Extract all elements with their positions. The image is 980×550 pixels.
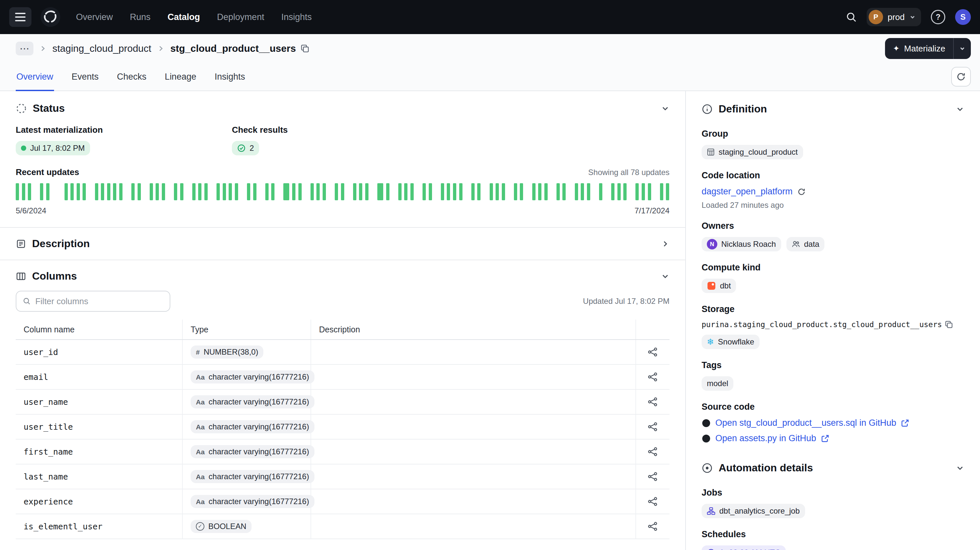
tab-insights[interactable]: Insights <box>214 72 246 91</box>
storage-kind-badge[interactable]: ❄ Snowflake <box>702 335 760 349</box>
update-tick[interactable] <box>265 183 269 200</box>
update-tick[interactable] <box>28 183 31 200</box>
update-tick[interactable] <box>162 183 165 200</box>
latest-materialization-badge[interactable]: Jul 17, 8:02 PM <box>16 141 90 155</box>
update-tick[interactable] <box>341 183 344 200</box>
tab-lineage[interactable]: Lineage <box>164 72 197 91</box>
update-tick[interactable] <box>298 183 302 200</box>
update-tick[interactable] <box>496 183 499 200</box>
update-tick[interactable] <box>359 183 362 200</box>
nav-item-overview[interactable]: Overview <box>76 12 113 22</box>
update-tick[interactable] <box>404 183 407 200</box>
update-tick[interactable] <box>447 183 450 200</box>
materialize-dropdown-button[interactable] <box>953 38 971 59</box>
update-tick[interactable] <box>471 183 475 200</box>
update-tick[interactable] <box>477 183 480 200</box>
update-tick[interactable] <box>138 183 141 200</box>
copy-asset-key-icon[interactable] <box>301 44 310 53</box>
user-avatar[interactable]: S <box>955 9 971 25</box>
update-tick[interactable] <box>453 183 456 200</box>
update-tick[interactable] <box>107 183 110 200</box>
dagster-logo-icon[interactable] <box>39 6 62 28</box>
update-tick[interactable] <box>223 183 226 200</box>
source-code-link-assets[interactable]: Open assets.py in GitHub <box>715 433 816 443</box>
update-tick[interactable] <box>65 183 68 200</box>
update-tick[interactable] <box>544 183 548 200</box>
update-tick[interactable] <box>198 183 201 200</box>
update-tick[interactable] <box>131 183 135 200</box>
update-tick[interactable] <box>253 183 256 200</box>
update-tick[interactable] <box>247 183 250 200</box>
check-results-badge[interactable]: 2 <box>232 141 259 155</box>
update-tick[interactable] <box>113 183 116 200</box>
deployment-switcher[interactable]: P prod <box>867 8 921 26</box>
update-tick[interactable] <box>386 183 390 200</box>
update-tick[interactable] <box>174 183 177 200</box>
nav-item-insights[interactable]: Insights <box>282 12 312 22</box>
update-tick[interactable] <box>648 183 651 200</box>
hamburger-menu-button[interactable] <box>9 7 32 27</box>
update-tick[interactable] <box>353 183 356 200</box>
update-tick[interactable] <box>365 183 369 200</box>
column-lineage-button[interactable] <box>644 443 661 460</box>
help-button[interactable]: ? <box>931 10 945 24</box>
column-lineage-button[interactable] <box>644 368 661 386</box>
update-tick[interactable] <box>216 183 220 200</box>
filter-columns-input[interactable] <box>35 296 163 306</box>
update-tick[interactable] <box>611 183 614 200</box>
update-tick[interactable] <box>587 183 590 200</box>
source-code-link-sql[interactable]: Open stg_cloud_product__users.sql in Git… <box>715 418 896 428</box>
owner-badge[interactable]: N Nicklaus Roach <box>702 237 781 251</box>
update-tick[interactable] <box>617 183 621 200</box>
nav-item-catalog[interactable]: Catalog <box>168 12 200 22</box>
update-tick[interactable] <box>660 183 663 200</box>
recent-updates-strip[interactable] <box>16 183 670 200</box>
automation-details-header[interactable]: Automation details <box>702 461 964 477</box>
update-tick[interactable] <box>70 183 74 200</box>
update-tick[interactable] <box>581 183 584 200</box>
update-tick[interactable] <box>410 183 414 200</box>
update-tick[interactable] <box>623 183 627 200</box>
update-tick[interactable] <box>83 183 86 200</box>
update-tick[interactable] <box>429 183 432 200</box>
update-tick[interactable] <box>101 183 104 200</box>
update-tick[interactable] <box>575 183 578 200</box>
breadcrumb-group-link[interactable]: staging_cloud_product <box>52 43 151 54</box>
update-tick[interactable] <box>16 183 19 200</box>
update-tick[interactable] <box>317 183 320 200</box>
update-tick[interactable] <box>666 183 669 200</box>
update-tick[interactable] <box>502 183 505 200</box>
nav-item-runs[interactable]: Runs <box>130 12 151 22</box>
update-tick[interactable] <box>40 183 43 200</box>
update-tick[interactable] <box>377 183 383 200</box>
copy-storage-path-icon[interactable] <box>945 320 953 329</box>
tab-checks[interactable]: Checks <box>116 72 147 91</box>
update-tick[interactable] <box>323 183 326 200</box>
definition-header[interactable]: Definition <box>702 102 964 118</box>
status-section-header[interactable]: Status <box>0 91 685 122</box>
update-tick[interactable] <box>119 183 123 200</box>
columns-section-header[interactable]: Columns <box>0 260 685 289</box>
update-tick[interactable] <box>459 183 463 200</box>
column-lineage-button[interactable] <box>644 518 661 535</box>
column-lineage-button[interactable] <box>644 418 661 435</box>
job-badge[interactable]: dbt_analytics_core_job <box>702 504 805 518</box>
owner-team-badge[interactable]: data <box>786 237 825 251</box>
update-tick[interactable] <box>204 183 208 200</box>
column-lineage-button[interactable] <box>644 393 661 410</box>
update-tick[interactable] <box>514 183 517 200</box>
update-tick[interactable] <box>46 183 49 200</box>
update-tick[interactable] <box>76 183 80 200</box>
update-tick[interactable] <box>538 183 541 200</box>
code-location-link[interactable]: dagster_open_platform <box>702 187 793 197</box>
tag-badge[interactable]: model <box>702 376 733 391</box>
update-tick[interactable] <box>156 183 159 200</box>
column-lineage-button[interactable] <box>644 343 661 360</box>
update-tick[interactable] <box>229 183 232 200</box>
breadcrumb-ellipsis-button[interactable]: ⋯ <box>16 41 33 56</box>
update-tick[interactable] <box>283 183 289 200</box>
compute-kind-badge[interactable]: dbt <box>702 279 736 293</box>
update-tick[interactable] <box>635 183 639 200</box>
nav-item-deployment[interactable]: Deployment <box>217 12 264 22</box>
update-tick[interactable] <box>398 183 402 200</box>
